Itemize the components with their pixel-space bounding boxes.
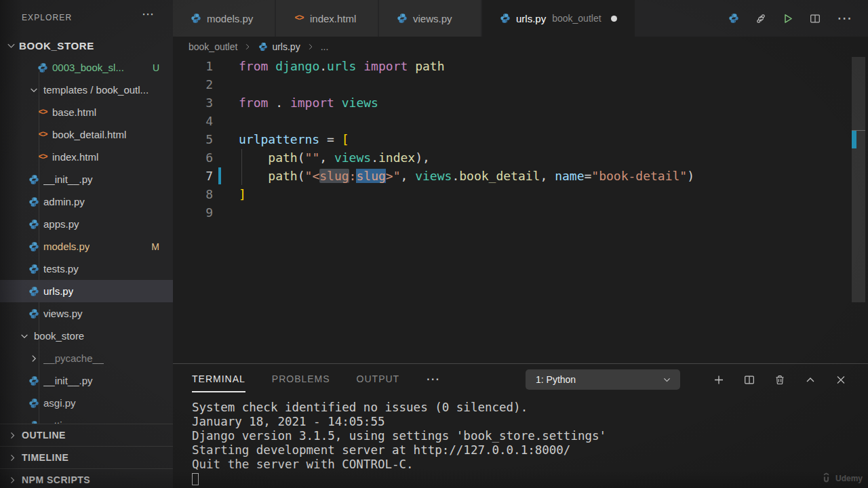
html-icon: <> [37,129,48,140]
code-line-9[interactable]: 9 [173,203,852,222]
explorer-more-actions-button[interactable]: ⋯ [142,8,154,20]
sidebar-item-init-py[interactable]: __init__.py [0,369,173,392]
more-actions-button[interactable]: ⋯ [837,11,852,26]
split-icon [810,13,821,24]
git-status-badge: M [151,241,159,252]
sidebar-item-pycache[interactable]: __pycache__ [0,347,173,369]
sidebar-item-urls-py[interactable]: urls.py [0,280,173,302]
terminal-panel: TERMINALPROBLEMSOUTPUT ⋯ 1: Python Syste… [173,363,868,488]
chevron-up-icon [805,374,816,385]
sidebar-item-init-py[interactable]: __init__.py [0,168,173,190]
code-text: from . import views [239,94,378,112]
sidebar-item-settings-py[interactable]: settings.py [0,414,173,424]
file-name: index.html [52,151,98,163]
python-interpreter-icon[interactable] [728,13,739,24]
code-line-4[interactable]: 4 [173,112,852,130]
breadcrumb-item-urls-py[interactable]: urls.py [258,41,300,52]
python-icon [28,420,39,424]
breadcrumb-item-book-outlet[interactable]: book_outlet [189,41,237,52]
sidebar-item-book-detail-html[interactable]: <>book_detail.html [0,123,173,146]
terminal-shell-label: 1: Python [536,374,661,385]
code-editor[interactable]: 1from django.urls import path23from . im… [173,57,852,363]
tab-label: models.py [207,13,253,24]
code-line-7[interactable]: 7 path("<slug:slug>", views.book_detail,… [173,167,852,185]
sidebar-item-views-py[interactable]: views.py [0,302,173,325]
section-label: TIMELINE [22,452,68,463]
sidebar-section-timeline[interactable]: TIMELINE [0,446,173,468]
tab-index-html[interactable]: <>index.html [276,0,378,37]
code-line-1[interactable]: 1from django.urls import path [173,57,852,75]
editor-scrollbar[interactable] [852,57,865,302]
sidebar-item-book-store[interactable]: book_store [0,325,173,347]
new-terminal-button[interactable] [713,374,724,385]
code-line-8[interactable]: 8] [173,185,852,203]
split-editor-button[interactable] [810,13,821,24]
sidebar-item-base-html[interactable]: <>base.html [0,101,173,123]
html-icon: <> [37,107,48,118]
tab-models-py[interactable]: models.py [173,0,275,37]
sidebar-item-asgi-py[interactable]: asgi.py [0,392,173,414]
chevron-right-icon [7,474,18,485]
terminal-output[interactable]: System check identified no issues (0 sil… [173,394,868,488]
code-line-3[interactable]: 3from . import views [173,94,852,112]
file-name: templates / book_outl... [43,84,149,96]
terminal-shell-selector[interactable]: 1: Python [526,369,680,390]
sidebar-section-npm-scripts[interactable]: NPM SCRIPTS [0,468,173,488]
breadcrumb-item-[interactable]: ... [321,41,329,52]
plus-icon [713,374,724,385]
sidebar-item-tests-py[interactable]: tests.py [0,258,173,280]
tab-views-py[interactable]: views.py [379,0,481,37]
breadcrumb-label: book_outlet [189,41,237,52]
sidebar-item-apps-py[interactable]: apps.py [0,213,173,235]
python-icon [28,286,39,297]
code-text: path("", views.index), [239,148,430,167]
file-name: 0003_book_sl... [52,62,124,73]
panel-tab-problems[interactable]: PROBLEMS [272,364,330,394]
code-text: ] [239,185,246,203]
panel-tab-terminal[interactable]: TERMINAL [192,364,245,394]
tab-urls-py[interactable]: urls.pybook_outlet [482,0,635,37]
split-terminal-button[interactable] [744,374,755,385]
kill-terminal-button[interactable] [774,374,785,385]
panel-tab-output[interactable]: OUTPUT [357,364,400,394]
line-number: 2 [173,75,213,94]
sidebar-item-index-html[interactable]: <>index.html [0,146,173,168]
close-panel-button[interactable] [835,374,846,385]
run-file-button[interactable] [783,13,793,24]
python-icon [28,308,39,319]
explorer-sidebar: EXPLORER ⋯ BOOK_STORE 0003_book_sl...Ute… [0,0,173,488]
html-icon: <> [294,13,304,24]
sidebar-item-admin-py[interactable]: admin.py [0,190,173,213]
terminal-line: Django version 3.1.5, using settings 'bo… [192,429,868,443]
chevron-right-icon [305,41,316,52]
python-icon [500,13,511,24]
code-line-5[interactable]: 5urlpatterns = [ [173,130,852,148]
sidebar-item-models-py[interactable]: models.pyM [0,235,173,258]
file-name: models.py [43,241,90,252]
project-root-header[interactable]: BOOK_STORE [0,35,173,56]
file-name: __init__.py [43,375,93,386]
ellipsis-icon: ⋯ [837,11,852,26]
code-text: urlpatterns = [ [239,130,349,148]
unsaved-dot-icon[interactable] [611,16,617,22]
line-number: 5 [173,130,213,148]
sidebar-section-outline[interactable]: OUTLINE [0,424,173,446]
python-icon [37,62,48,73]
code-line-2[interactable]: 2 [173,75,852,94]
code-line-6[interactable]: 6 path("", views.index), [173,148,852,167]
terminal-cursor [192,473,199,485]
close-icon [835,374,846,385]
terminal-line: System check identified no issues (0 sil… [192,401,868,415]
tab-folder-decoration: book_outlet [552,13,601,24]
maximize-panel-button[interactable] [805,374,816,385]
python-icon [258,41,269,52]
panel-more-actions-button[interactable]: ⋯ [426,375,439,382]
sidebar-item-0003-book-sl[interactable]: 0003_book_sl...U [0,56,173,79]
tab-label: index.html [310,13,356,24]
terminal-line: Starting development server at http://12… [192,443,868,458]
compare-changes-button[interactable] [755,13,766,24]
chevron-down-icon [5,41,16,52]
sidebar-item-templates-book-outl[interactable]: templates / book_outl... [0,79,173,101]
trash-icon [774,374,785,385]
file-name: views.py [43,308,83,319]
